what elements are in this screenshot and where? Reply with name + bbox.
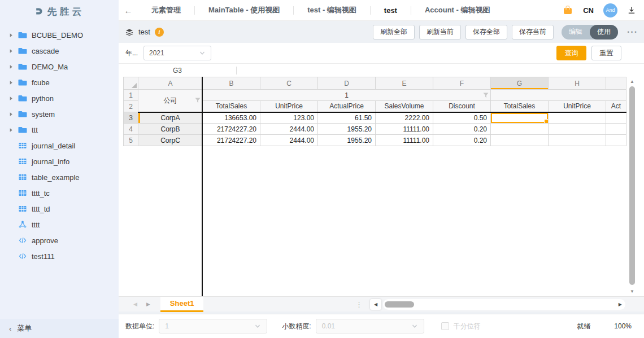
cell-D5[interactable]: 1955.20 (318, 135, 376, 146)
cell-A3[interactable]: CorpA (138, 112, 203, 124)
save-all-button[interactable]: 保存全部 (465, 25, 507, 39)
caret-right-icon[interactable] (8, 33, 14, 38)
cell-H5[interactable] (549, 135, 606, 146)
cell-I3[interactable] (606, 112, 626, 124)
cell-E3[interactable]: 2222.00 (376, 112, 433, 124)
cell-group-header[interactable]: 1 (203, 90, 491, 101)
cell-company-header[interactable]: 公司 (138, 90, 203, 112)
cell-A4[interactable]: CorpB (138, 124, 203, 135)
cell-I5[interactable] (606, 135, 626, 146)
sidebar-item-system[interactable]: system (0, 106, 119, 122)
cell-B3[interactable]: 136653.00 (203, 112, 260, 124)
col-header-E[interactable]: E (376, 77, 433, 90)
caret-right-icon[interactable] (8, 64, 14, 69)
row-header-1[interactable]: 1 (124, 90, 138, 101)
caret-right-icon[interactable] (8, 49, 14, 54)
cell-C4[interactable]: 2444.00 (260, 124, 318, 135)
cell-G5[interactable] (491, 135, 549, 146)
cell-C3[interactable]: 123.00 (260, 112, 318, 124)
cell-D4[interactable]: 1955.20 (318, 124, 376, 135)
cell-group-header-2[interactable] (491, 90, 626, 101)
field-header[interactable]: TotalSales (491, 101, 549, 112)
thousands-separator-checkbox[interactable] (441, 322, 449, 330)
cell-H3[interactable] (549, 112, 606, 124)
edit-use-toggle[interactable]: 编辑 使用 (562, 25, 618, 39)
cell-D3[interactable]: 61.50 (318, 112, 376, 124)
sidebar-item-test111[interactable]: test111 (0, 248, 119, 264)
field-header[interactable]: UnitPrice (549, 101, 606, 112)
field-header[interactable]: UnitPrice (260, 101, 318, 112)
year-select[interactable]: 2021 (143, 46, 211, 60)
tab-test[interactable]: test (371, 0, 411, 20)
sidebar-item-tttt[interactable]: tttt (0, 217, 119, 232)
cell-E5[interactable]: 11111.00 (376, 135, 433, 146)
select-all-corner[interactable] (124, 77, 138, 90)
caret-right-icon[interactable] (8, 112, 14, 117)
cell-F4[interactable]: 0.20 (433, 124, 491, 135)
vertical-scroll-thumb[interactable] (629, 86, 635, 285)
more-button[interactable]: ··· (627, 29, 638, 35)
sidebar-item-python[interactable]: python (0, 90, 119, 106)
language-switch[interactable]: CN (583, 6, 594, 15)
horizontal-scrollbar[interactable]: ◀ ▶ (370, 297, 625, 312)
sidebar-item-approve[interactable]: approve (0, 232, 119, 248)
sidebar-item-demo-ma[interactable]: DEMO_Ma (0, 59, 119, 74)
caret-right-icon[interactable] (8, 128, 14, 133)
cell-G4[interactable] (491, 124, 549, 135)
scroll-right-icon[interactable]: ▶ (619, 302, 622, 307)
sheet-tab-sheet1[interactable]: Sheet1 (160, 297, 204, 312)
sidebar-item-ttt[interactable]: ttt (0, 122, 119, 138)
cell-A5[interactable]: CorpC (138, 135, 203, 146)
tab-test-edit-view[interactable]: test - 编辑视图 (294, 0, 370, 20)
sidebar-item-tttt-tc[interactable]: tttt_tc (0, 185, 119, 201)
sidebar-item-table-example[interactable]: table_example (0, 169, 119, 185)
refresh-all-button[interactable]: 刷新全部 (373, 25, 415, 39)
field-header[interactable]: Discount (433, 101, 491, 112)
cell-F5[interactable]: 0.20 (433, 135, 491, 146)
row-header-3[interactable]: 3 (124, 112, 138, 124)
row-header-2[interactable]: 2 (124, 101, 138, 112)
scroll-up-icon[interactable]: ▲ (628, 77, 636, 86)
field-header[interactable]: TotalSales (203, 101, 260, 112)
cell-F3[interactable]: 0.50 (433, 112, 491, 124)
sidebar-item-bcube-demo[interactable]: BCUBE_DEMO (0, 27, 119, 43)
download-icon[interactable] (627, 6, 636, 15)
col-header-G[interactable]: G (491, 77, 549, 90)
row-header-4[interactable]: 4 (124, 124, 138, 135)
formula-input[interactable] (237, 64, 644, 77)
col-header-H[interactable]: H (549, 77, 606, 90)
sidebar-item-journal-info[interactable]: journal_info (0, 153, 119, 169)
tab-element-manage[interactable]: 元素管理 (138, 0, 194, 20)
menu-collapse-button[interactable]: ‹ 菜单 (0, 319, 119, 338)
sidebar-item-tttt-td[interactable]: tttt_td (0, 201, 119, 217)
filter-funnel-icon[interactable] (195, 98, 201, 103)
sidebar-item-journal-detail[interactable]: journal_detail (0, 138, 119, 153)
sidebar-item-cascade[interactable]: cascade (0, 43, 119, 59)
col-header-D[interactable]: D (318, 77, 376, 90)
back-button[interactable]: ← (119, 0, 138, 20)
row-header-5[interactable]: 5 (124, 135, 138, 146)
refresh-current-button[interactable]: 刷新当前 (419, 25, 461, 39)
cell-reference-box[interactable]: G3 (119, 67, 236, 74)
vertical-scrollbar[interactable]: ▲ ▼ (628, 77, 636, 296)
search-button[interactable]: 查询 (556, 46, 586, 60)
cell-C5[interactable]: 2444.00 (260, 135, 318, 146)
field-header-partial[interactable]: Act (606, 101, 626, 112)
field-header[interactable]: ActualPrice (318, 101, 376, 112)
avatar[interactable]: And (603, 3, 617, 17)
sheet-next-icon[interactable]: ▶ (146, 301, 150, 307)
scroll-left-icon[interactable]: ◀ (370, 299, 381, 310)
filter-funnel-icon[interactable] (483, 93, 489, 98)
cell-H4[interactable] (549, 124, 606, 135)
toggle-edit[interactable]: 编辑 (562, 25, 590, 39)
cell-I4[interactable] (606, 124, 626, 135)
scroll-down-icon[interactable]: ▼ (628, 287, 636, 296)
drag-handle-icon[interactable]: ⋮ (355, 300, 363, 309)
horizontal-scroll-track[interactable]: ▶ (383, 299, 625, 310)
toggle-use[interactable]: 使用 (590, 25, 618, 39)
cell-G3-selected[interactable] (491, 112, 549, 124)
col-header-F[interactable]: F (433, 77, 491, 90)
caret-right-icon[interactable] (8, 80, 14, 85)
unit-select[interactable]: 1 (159, 319, 267, 333)
col-header-partial[interactable] (606, 77, 626, 90)
